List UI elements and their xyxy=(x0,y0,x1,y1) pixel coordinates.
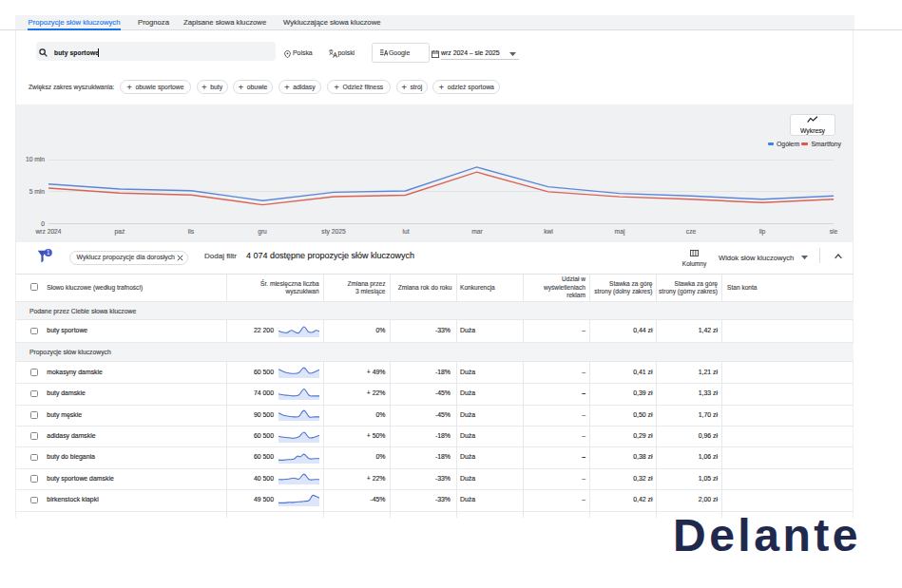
svg-text:1: 1 xyxy=(47,249,50,256)
